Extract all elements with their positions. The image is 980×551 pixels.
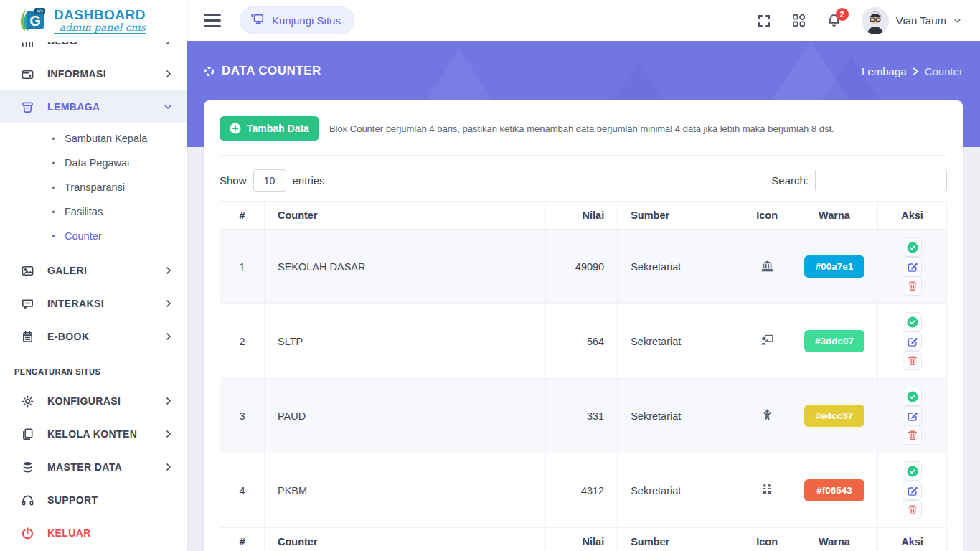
chevron-right-icon: [165, 397, 172, 405]
col-header-num[interactable]: #: [220, 202, 265, 230]
edit-icon: [908, 262, 918, 272]
cell-icon: [743, 379, 791, 453]
sidebar-item-label: INTERAKSI: [47, 298, 104, 309]
submenu-item-data-pegawai[interactable]: Data Pegawai: [0, 151, 187, 175]
user-menu[interactable]: Vian Taum: [862, 7, 961, 34]
sidebar-item-label: KELUAR: [47, 527, 91, 539]
wallet-icon: [20, 67, 34, 81]
col-header-sumber[interactable]: Sumber: [618, 202, 743, 230]
cell-aksi: [878, 230, 947, 304]
sidebar-item-label: KELOLA KONTEN: [47, 428, 137, 440]
table-footer-row: # Counter Nilai Sumber Icon Warna Aksi: [220, 528, 947, 551]
delete-button[interactable]: [903, 425, 922, 445]
edit-button[interactable]: [903, 331, 922, 351]
sidebar-nav: BLOG INFORMASI LEMBAGA Sambutan Kepala D…: [0, 24, 187, 550]
cell-counter: SLTP: [265, 304, 546, 379]
sidebar-item-interaksi[interactable]: INTERAKSI: [0, 287, 187, 320]
table-row: 1 SEKOLAH DASAR 49090 Sekretariat #00a7e…: [220, 230, 947, 304]
sidebar-item-ebook[interactable]: E-BOOK: [0, 320, 187, 353]
submenu-item-counter[interactable]: Counter: [0, 224, 187, 248]
cell-icon: [743, 453, 791, 528]
menu-toggle-icon[interactable]: [204, 14, 221, 27]
sidebar-item-informasi[interactable]: INFORMASI: [0, 57, 187, 90]
activate-button[interactable]: [903, 237, 922, 257]
image-icon: [20, 263, 34, 278]
cell-num: 2: [220, 304, 265, 379]
cell-icon: [743, 230, 791, 304]
edit-button[interactable]: [903, 481, 922, 500]
color-badge-button[interactable]: #f06543: [804, 479, 864, 501]
cell-sumber: Sekretariat: [618, 453, 743, 528]
monitor-icon: [250, 13, 265, 28]
submenu-item-transparansi[interactable]: Transparansi: [0, 175, 187, 199]
delete-button[interactable]: [903, 276, 922, 296]
sidebar-item-kelola-konten[interactable]: KELOLA KONTEN: [0, 418, 187, 451]
breadcrumb-current: Counter: [925, 65, 963, 77]
edit-button[interactable]: [903, 406, 922, 425]
table-row: 4 PKBM 4312 Sekretariat #f06543: [220, 453, 947, 528]
sidebar-item-label: E-BOOK: [47, 331, 89, 342]
color-badge-button[interactable]: #00a7e1: [804, 255, 864, 278]
edit-button[interactable]: [903, 257, 922, 276]
breadcrumb-parent[interactable]: Lembaga: [862, 65, 907, 77]
col-footer-nilai: Nilai: [546, 528, 618, 551]
col-header-nilai[interactable]: Nilai: [546, 202, 618, 230]
col-header-warna[interactable]: Warna: [791, 202, 878, 230]
col-header-icon[interactable]: Icon: [743, 202, 791, 230]
col-header-aksi[interactable]: Aksi: [878, 202, 947, 230]
page-title-row: DATA COUNTER: [204, 64, 321, 78]
cell-sumber: Sekretariat: [618, 230, 743, 304]
submenu-item-sambutan-kepala[interactable]: Sambutan Kepala: [0, 126, 187, 151]
col-footer-icon: Icon: [743, 528, 791, 551]
add-data-button[interactable]: Tambah Data: [220, 116, 319, 141]
page-length-input[interactable]: [253, 169, 286, 192]
sidebar-item-lembaga[interactable]: LEMBAGA: [0, 90, 187, 123]
page-title: DATA COUNTER: [222, 64, 321, 78]
page-content: DATA COUNTER Lembaga Counter Tambah Data: [187, 41, 980, 551]
activate-button[interactable]: [903, 461, 922, 481]
bank-icon: [761, 260, 773, 272]
delete-button[interactable]: [903, 351, 922, 370]
sidebar-item-support[interactable]: SUPPORT: [0, 484, 187, 517]
chevron-right-icon: [165, 266, 172, 275]
sidebar-item-galeri[interactable]: GALERI: [0, 254, 187, 287]
counter-table: # Counter Nilai Sumber Icon Warna Aksi 1: [220, 201, 947, 551]
apps-grid-icon[interactable]: [791, 13, 806, 28]
entries-label: entries: [293, 174, 325, 187]
color-badge-button[interactable]: #e4cc37: [804, 405, 864, 427]
cell-sumber: Sekretariat: [618, 304, 743, 379]
fullscreen-icon[interactable]: [757, 14, 771, 28]
activate-button[interactable]: [903, 387, 922, 406]
dashed-circle-icon: [204, 66, 215, 77]
card-header-row: Tambah Data Blok Counter berjumlah 4 bar…: [220, 116, 947, 156]
table-row: 3 PAUD 331 Sekretariat #e4cc37: [220, 379, 947, 453]
search-label: Search:: [771, 174, 809, 187]
delete-button[interactable]: [903, 500, 922, 519]
col-footer-num: #: [220, 528, 265, 551]
sidebar-item-master-data[interactable]: MASTER DATA: [0, 451, 187, 484]
cell-aksi: [878, 453, 947, 528]
cell-aksi: [878, 304, 947, 379]
search-control: Search:: [771, 169, 947, 192]
col-header-counter[interactable]: Counter: [265, 202, 546, 230]
search-input[interactable]: [815, 169, 947, 192]
visit-site-button[interactable]: Kunjungi Situs: [240, 6, 354, 34]
notifications-bell-icon[interactable]: 2: [826, 13, 842, 29]
cell-num: 1: [220, 230, 265, 304]
submenu-item-fasilitas[interactable]: Fasilitas: [0, 199, 187, 224]
logo[interactable]: G </> DASHBOARD admin panel cms: [0, 0, 187, 42]
cell-counter: SEKOLAH DASAR: [265, 230, 546, 304]
cell-nilai: 4312: [546, 453, 618, 528]
main-area: Kunjungi Situs 2 Vian Taum: [187, 0, 980, 551]
activate-button[interactable]: [903, 312, 922, 331]
child-icon: [763, 409, 772, 421]
svg-text:</>: </>: [36, 9, 43, 14]
chevron-down-icon: [164, 103, 172, 110]
sidebar-item-keluar[interactable]: KELUAR: [0, 517, 187, 550]
cell-counter: PKBM: [265, 453, 546, 528]
logo-subtitle: admin panel cms: [54, 22, 146, 34]
sidebar-item-konfigurasi[interactable]: KONFIGURASI: [0, 385, 187, 418]
color-badge-button[interactable]: #3ddc97: [804, 330, 864, 352]
database-icon: [20, 460, 34, 474]
chevron-right-icon: [913, 67, 919, 75]
